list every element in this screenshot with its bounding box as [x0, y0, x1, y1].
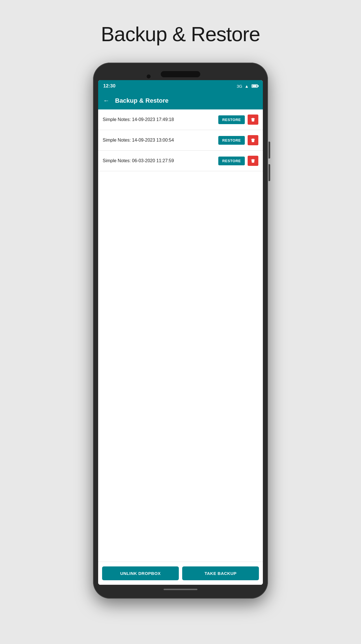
- network-label: 3G: [237, 84, 242, 89]
- delete-button[interactable]: [248, 115, 258, 125]
- phone-screen: 12:30 3G ▲ ← Backup & Restore: [98, 80, 263, 585]
- backup-item-label: Simple Notes: 06-03-2020 11:27:59: [103, 158, 174, 163]
- volume-up-button: [268, 142, 270, 159]
- phone-speaker: [161, 71, 200, 77]
- backup-item-label: Simple Notes: 14-09-2023 13:00:54: [103, 138, 174, 143]
- app-bar: ← Backup & Restore: [98, 92, 263, 109]
- delete-button[interactable]: [248, 156, 258, 166]
- backup-item-actions: RESTORE: [218, 156, 258, 166]
- trash-icon: [250, 138, 256, 143]
- backup-item: Simple Notes: 14-09-2023 13:00:54 RESTOR…: [98, 130, 263, 151]
- page-title: Backup & Restore: [101, 23, 260, 46]
- volume-down-button: [268, 164, 270, 181]
- trash-icon: [250, 158, 256, 163]
- backup-item-actions: RESTORE: [218, 115, 258, 125]
- restore-button[interactable]: RESTORE: [218, 136, 245, 145]
- status-time: 12:30: [103, 83, 115, 89]
- restore-button[interactable]: RESTORE: [218, 115, 245, 124]
- backup-item: Simple Notes: 06-03-2020 11:27:59 RESTOR…: [98, 151, 263, 171]
- backup-list: Simple Notes: 14-09-2023 17:49:18 RESTOR…: [98, 109, 263, 562]
- phone-body: 12:30 3G ▲ ← Backup & Restore: [93, 63, 268, 599]
- app-bar-title: Backup & Restore: [115, 97, 169, 104]
- phone-camera: [147, 74, 151, 78]
- unlink-dropbox-button[interactable]: UNLINK DROPBOX: [102, 566, 179, 580]
- bottom-actions: UNLINK DROPBOX TAKE BACKUP: [98, 562, 263, 585]
- delete-button[interactable]: [248, 135, 258, 145]
- status-icons: 3G ▲: [237, 84, 258, 89]
- status-bar: 12:30 3G ▲: [98, 80, 263, 92]
- backup-item: Simple Notes: 14-09-2023 17:49:18 RESTOR…: [98, 109, 263, 130]
- signal-icon: ▲: [245, 84, 249, 89]
- content-area: Simple Notes: 14-09-2023 17:49:18 RESTOR…: [98, 109, 263, 585]
- restore-button[interactable]: RESTORE: [218, 157, 245, 165]
- take-backup-button[interactable]: TAKE BACKUP: [182, 566, 259, 580]
- backup-item-actions: RESTORE: [218, 135, 258, 145]
- back-button[interactable]: ←: [103, 97, 109, 104]
- phone-home-bar: [164, 589, 197, 590]
- trash-icon: [250, 117, 256, 122]
- backup-item-label: Simple Notes: 14-09-2023 17:49:18: [103, 117, 174, 122]
- phone-mockup: 12:30 3G ▲ ← Backup & Restore: [93, 63, 268, 599]
- battery-icon: [252, 84, 258, 88]
